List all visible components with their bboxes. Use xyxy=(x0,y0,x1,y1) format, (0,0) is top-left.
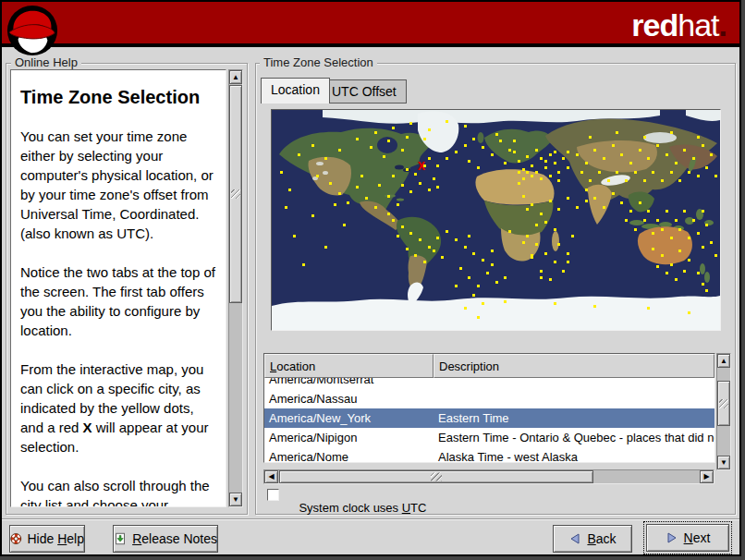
city-dot[interactable] xyxy=(526,155,529,158)
city-dot[interactable] xyxy=(526,235,529,237)
city-dot[interactable] xyxy=(549,278,552,281)
city-dot[interactable] xyxy=(629,162,632,164)
city-dot[interactable] xyxy=(513,151,516,153)
city-dot[interactable] xyxy=(370,146,372,149)
city-dot[interactable] xyxy=(702,246,704,249)
city-dot[interactable] xyxy=(419,182,421,185)
city-dot[interactable] xyxy=(468,276,470,279)
city-dot[interactable] xyxy=(472,252,475,255)
city-dot[interactable] xyxy=(540,157,543,160)
column-header-location[interactable]: Location xyxy=(264,354,434,378)
table-row[interactable]: America/Nassau xyxy=(264,389,714,408)
city-dot[interactable] xyxy=(567,197,569,200)
city-dot[interactable] xyxy=(433,177,435,180)
city-dot[interactable] xyxy=(477,316,480,319)
city-dot[interactable] xyxy=(607,179,610,182)
city-dot[interactable] xyxy=(504,276,507,279)
city-dot[interactable] xyxy=(710,241,713,244)
city-dot[interactable] xyxy=(678,250,681,252)
city-dot[interactable] xyxy=(482,302,484,305)
city-dot[interactable] xyxy=(643,219,646,222)
city-dot[interactable] xyxy=(433,250,435,252)
city-dot[interactable] xyxy=(656,219,659,222)
table-hscrollbar[interactable]: ◀ ▶ xyxy=(263,469,714,484)
city-dot[interactable] xyxy=(535,171,538,174)
city-dot[interactable] xyxy=(670,263,673,266)
city-dot[interactable] xyxy=(643,179,646,182)
city-dot[interactable] xyxy=(567,252,569,255)
city-dot[interactable] xyxy=(401,225,404,228)
city-dot[interactable] xyxy=(482,259,484,262)
city-dot[interactable] xyxy=(459,267,462,270)
city-dot[interactable] xyxy=(360,175,363,177)
city-dot[interactable] xyxy=(557,171,560,174)
world-map[interactable]: X xyxy=(271,109,721,331)
city-dot[interactable] xyxy=(495,281,498,284)
city-dot[interactable] xyxy=(311,144,314,147)
hide-help-button[interactable]: Hide Help xyxy=(9,525,85,553)
city-dot[interactable] xyxy=(678,228,681,231)
city-dot[interactable] xyxy=(356,186,359,189)
city-dot[interactable] xyxy=(504,162,507,164)
city-dot[interactable] xyxy=(423,164,426,167)
city-dot[interactable] xyxy=(522,241,525,244)
city-dot[interactable] xyxy=(298,153,300,156)
city-dot[interactable] xyxy=(392,175,395,177)
city-dot[interactable] xyxy=(697,136,700,139)
back-button[interactable]: Back xyxy=(553,525,632,553)
city-dot[interactable] xyxy=(593,149,596,152)
city-dot[interactable] xyxy=(576,206,579,209)
city-dot[interactable] xyxy=(705,166,708,169)
city-dot[interactable] xyxy=(666,210,668,213)
city-dot[interactable] xyxy=(455,238,458,241)
city-dot[interactable] xyxy=(576,153,579,156)
city-dot[interactable] xyxy=(540,276,543,279)
city-dot[interactable] xyxy=(491,263,494,266)
city-dot[interactable] xyxy=(661,228,664,231)
column-header-description[interactable]: Description xyxy=(434,354,714,378)
next-button[interactable]: Next xyxy=(646,524,729,552)
city-dot[interactable] xyxy=(477,285,480,287)
city-dot[interactable] xyxy=(531,164,533,167)
city-dot[interactable] xyxy=(544,221,547,224)
city-dot[interactable] xyxy=(697,175,700,177)
city-dot[interactable] xyxy=(697,272,700,274)
city-dot[interactable] xyxy=(678,179,681,182)
city-dot[interactable] xyxy=(518,182,520,185)
city-dot[interactable] xyxy=(464,125,467,128)
city-dot[interactable] xyxy=(714,254,717,257)
city-dot[interactable] xyxy=(406,136,409,139)
city-dot[interactable] xyxy=(343,224,346,226)
city-dot[interactable] xyxy=(612,192,615,195)
city-dot[interactable] xyxy=(531,175,533,177)
city-dot[interactable] xyxy=(477,166,480,169)
city-dot[interactable] xyxy=(567,151,569,153)
city-dot[interactable] xyxy=(419,238,421,241)
city-dot[interactable] xyxy=(446,157,448,160)
city-dot[interactable] xyxy=(634,171,637,174)
city-dot[interactable] xyxy=(392,127,395,129)
city-dot[interactable] xyxy=(616,131,618,134)
city-dot[interactable] xyxy=(436,237,439,239)
city-dot[interactable] xyxy=(666,153,668,156)
city-dot[interactable] xyxy=(347,201,349,204)
city-dot[interactable] xyxy=(365,197,368,200)
city-dot[interactable] xyxy=(549,200,552,202)
city-dot[interactable] xyxy=(302,263,305,266)
city-dot[interactable] xyxy=(334,203,336,206)
city-dot[interactable] xyxy=(652,248,654,250)
scroll-down-icon[interactable]: ▼ xyxy=(717,456,730,469)
city-dot[interactable] xyxy=(293,235,296,237)
scroll-up-icon[interactable]: ▲ xyxy=(229,70,242,84)
city-dot[interactable] xyxy=(409,122,412,125)
city-dot[interactable] xyxy=(661,254,664,257)
city-dot[interactable] xyxy=(522,195,525,198)
city-dot[interactable] xyxy=(688,237,690,239)
city-dot[interactable] xyxy=(387,140,390,142)
city-dot[interactable] xyxy=(647,307,650,310)
city-dot[interactable] xyxy=(710,153,713,156)
city-dot[interactable] xyxy=(620,201,623,204)
scroll-left-icon[interactable]: ◀ xyxy=(264,470,278,483)
city-dot[interactable] xyxy=(486,272,489,274)
city-dot[interactable] xyxy=(692,157,695,160)
